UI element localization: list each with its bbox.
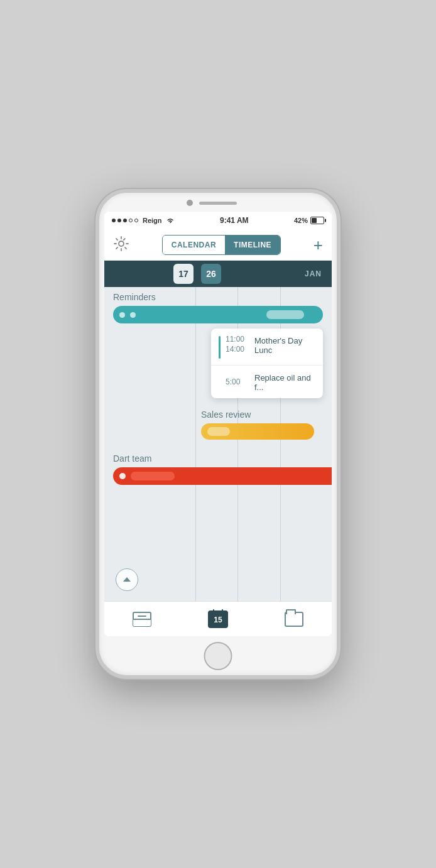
sales-bar[interactable]: [201, 423, 314, 440]
tab-timeline-button[interactable]: TIMELINE: [225, 236, 280, 254]
status-time: 9:41 AM: [220, 216, 249, 225]
carrier-name: Reign: [143, 217, 162, 224]
sales-review-label: Sales review: [201, 410, 323, 420]
reminder-pill: [266, 310, 304, 319]
sales-review-section: Sales review: [104, 406, 332, 442]
signal-dot-1: [112, 219, 116, 222]
timeline-header: 17 26 JAN: [104, 261, 332, 287]
event1-title: Mother's Day Lunc: [254, 335, 315, 355]
date-marker-17: 17: [173, 264, 193, 284]
up-chevron-icon: [123, 577, 131, 582]
content-area: Reminders 11:00 14:00 Mother's Day Lunc: [104, 287, 332, 601]
reminders-label: Reminders: [113, 292, 323, 302]
sales-bar-inner: [207, 427, 230, 436]
wifi-icon: [166, 217, 175, 224]
add-event-button[interactable]: +: [313, 237, 323, 253]
event1-time-start: 11:00: [226, 335, 249, 344]
reminder-dot-1: [119, 312, 125, 318]
popup-times: 11:00 14:00: [226, 335, 249, 354]
tab-calendar-today[interactable]: 15: [199, 605, 237, 633]
reminders-section: Reminders: [104, 287, 332, 326]
tab-toggle: CALENDAR TIMELINE: [162, 235, 281, 255]
scroll-up-button[interactable]: [116, 568, 138, 591]
event2-time: 5:00: [226, 377, 249, 386]
svg-point-0: [119, 241, 124, 246]
date-marker-26: 26: [201, 264, 221, 284]
dart-team-label: Dart team: [113, 453, 332, 464]
dart-dot: [119, 473, 126, 479]
phone-screen: Reign 9:41 AM 42%: [104, 212, 332, 636]
inbox-icon: [133, 612, 151, 627]
signal-dot-4: [129, 219, 133, 222]
phone-camera: [187, 200, 193, 206]
battery-percent: 42%: [294, 217, 308, 224]
home-button[interactable]: [204, 642, 232, 670]
calendar-date-number: 15: [214, 616, 222, 624]
reminders-bar[interactable]: [113, 306, 323, 323]
vline-1: [195, 287, 196, 601]
dart-bar[interactable]: [113, 467, 332, 485]
gear-icon: [113, 236, 129, 252]
status-bar: Reign 9:41 AM 42%: [104, 212, 332, 229]
status-right: 42%: [294, 217, 324, 224]
dart-inner-pill: [131, 472, 175, 480]
reminder-dot-2: [130, 312, 136, 318]
calendar-today-icon: 15: [208, 610, 228, 628]
event1-time-end: 14:00: [226, 345, 249, 354]
nav-bar: CALENDAR TIMELINE +: [104, 229, 332, 261]
battery-fill: [312, 218, 317, 223]
popup-event-1: 11:00 14:00 Mother's Day Lunc: [211, 328, 323, 366]
status-left: Reign: [112, 217, 175, 224]
phone-speaker: [199, 202, 237, 205]
folder-icon: [285, 612, 303, 627]
popup-event-bar: [219, 336, 221, 359]
dart-team-section: Dart team: [104, 448, 332, 487]
popup-event-2: 5:00 Replace oil and f...: [211, 366, 323, 398]
battery-icon: [310, 217, 324, 224]
month-label: JAN: [305, 269, 322, 278]
signal-dot-2: [117, 219, 121, 222]
tab-inbox[interactable]: [123, 605, 161, 633]
popup-card[interactable]: 11:00 14:00 Mother's Day Lunc 5:00 Repla…: [211, 328, 323, 398]
tab-folder[interactable]: [275, 605, 313, 633]
signal-dot-3: [123, 219, 127, 222]
tab-calendar-button[interactable]: CALENDAR: [163, 236, 225, 254]
event2-title: Replace oil and f...: [254, 372, 315, 392]
bottom-tab-bar: 15: [104, 601, 332, 636]
sales-bar-container: [201, 423, 323, 440]
signal-dot-5: [134, 219, 138, 222]
phone-frame: Reign 9:41 AM 42%: [95, 189, 341, 679]
settings-button[interactable]: [113, 236, 129, 254]
